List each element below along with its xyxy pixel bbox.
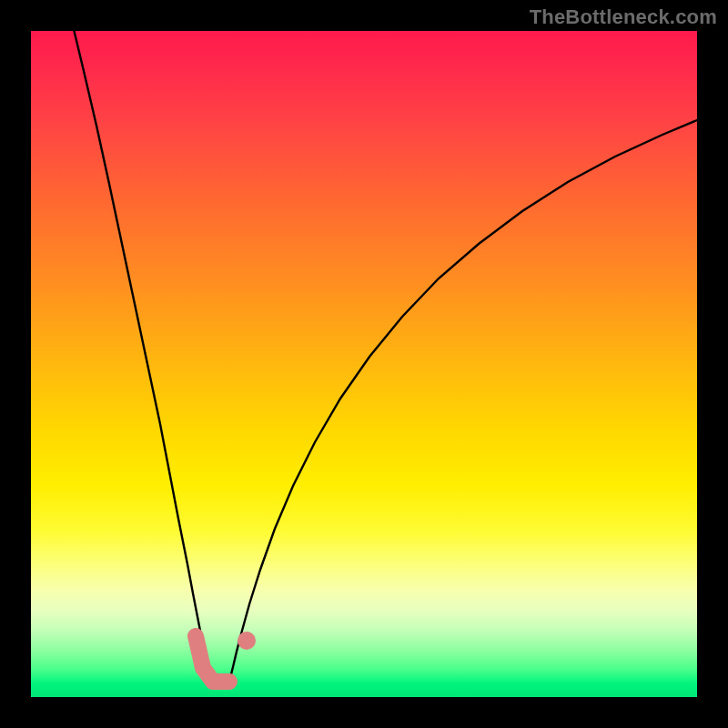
chart-svg bbox=[31, 31, 697, 697]
plot-area bbox=[31, 31, 697, 697]
outer-frame: TheBottleneck.com bbox=[0, 0, 728, 728]
watermark-text: TheBottleneck.com bbox=[530, 5, 717, 29]
left-curve bbox=[73, 31, 213, 686]
right-curve bbox=[228, 120, 697, 686]
l-marker bbox=[196, 636, 229, 682]
right-dot-marker bbox=[238, 632, 256, 650]
